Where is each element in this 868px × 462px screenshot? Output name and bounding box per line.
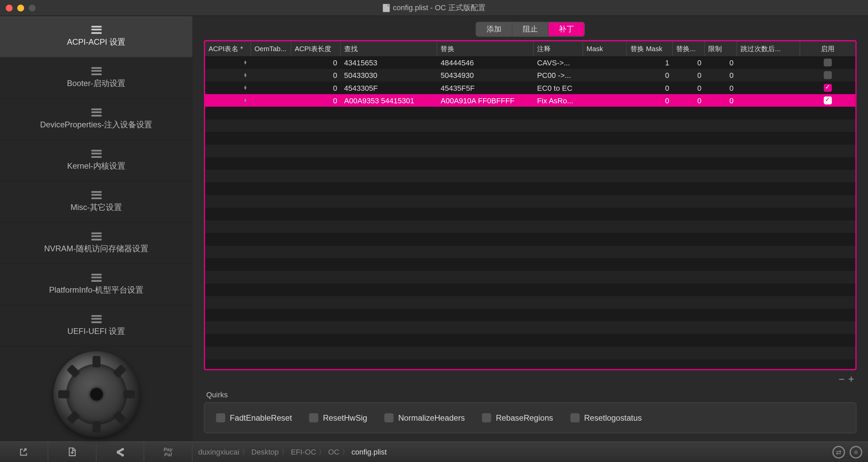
sidebar-item-label: DeviceProperties-注入设备设置 xyxy=(40,120,152,130)
column-header[interactable]: 跳过次数后... xyxy=(737,41,800,56)
sidebar-item-4[interactable]: Misc-其它设置 xyxy=(0,181,193,223)
tab-0[interactable]: 添加 xyxy=(476,22,513,36)
table-row-empty xyxy=(205,220,855,233)
sidebar-item-label: UEFI-UEFI 设置 xyxy=(67,326,125,336)
column-header[interactable]: 查找 xyxy=(341,41,437,56)
column-header[interactable]: 限制 xyxy=(705,41,737,56)
sidebar-item-0[interactable]: ACPI-ACPI 设置 xyxy=(0,16,193,57)
quirk-checkbox[interactable]: NormalizeHeaders xyxy=(384,413,465,422)
sidebar-item-7[interactable]: UEFI-UEFI 设置 xyxy=(0,305,193,346)
table-row-empty xyxy=(205,132,855,145)
sidebar-item-label: Kernel-内核设置 xyxy=(67,161,125,171)
column-header[interactable]: ACPI表名 * xyxy=(205,41,251,56)
share-button[interactable] xyxy=(96,442,144,462)
table-row-empty xyxy=(205,246,855,258)
quirks-title: Quirks xyxy=(193,390,868,402)
menu-button[interactable]: ≡ xyxy=(850,446,862,458)
table-row-empty xyxy=(205,170,855,183)
sidebar-item-5[interactable]: NVRAM-随机访问存储器设置 xyxy=(0,223,193,264)
table-row-empty xyxy=(205,321,855,334)
zoom-icon[interactable] xyxy=(29,4,36,11)
sidebar-item-3[interactable]: Kernel-内核设置 xyxy=(0,140,193,181)
checkbox-icon xyxy=(384,413,394,422)
column-header[interactable]: 替换 xyxy=(437,41,534,56)
jog-wheel[interactable] xyxy=(53,351,139,437)
sidebar-item-label: ACPI-ACPI 设置 xyxy=(67,37,125,47)
table-row-empty xyxy=(205,195,855,208)
table-row[interactable]: ▴▾04543305F45435F5FEC0 to EC000 xyxy=(205,82,855,94)
list-icon xyxy=(91,67,101,75)
quirk-label: FadtEnableReset xyxy=(230,413,292,422)
table-controls: − + xyxy=(193,373,868,391)
tab-2[interactable]: 补丁 xyxy=(549,22,584,36)
bottom-bar: PayPal duxingxiucai〉Desktop〉EFI-OC〉OC〉co… xyxy=(0,441,868,462)
list-icon xyxy=(91,25,101,34)
sort-handle[interactable]: ▴▾ xyxy=(205,60,251,65)
sort-handle[interactable]: ▴▾ xyxy=(205,73,251,78)
sidebar-item-1[interactable]: Booter-启动设置 xyxy=(0,57,193,99)
add-row-button[interactable]: + xyxy=(848,374,854,386)
sidebar-item-label: PlatformInfo-机型平台设置 xyxy=(49,285,143,295)
sync-button[interactable]: ⇄ xyxy=(832,446,845,458)
table-row-empty xyxy=(205,284,855,296)
quirk-checkbox[interactable]: FadtEnableReset xyxy=(216,413,292,422)
chevron-right-icon: 〉 xyxy=(318,447,326,457)
enabled-checkbox[interactable] xyxy=(800,59,855,67)
content-area: 添加阻止补丁 ACPI表名 *OemTab...ACPI表长度查找替换注释Mas… xyxy=(193,16,868,441)
remove-row-button[interactable]: − xyxy=(839,374,845,386)
quirk-checkbox[interactable]: ResetHwSig xyxy=(309,413,367,422)
enabled-checkbox[interactable] xyxy=(800,97,855,105)
sidebar-item-label: NVRAM-随机访问存储器设置 xyxy=(44,244,148,254)
breadcrumb-item[interactable]: Desktop xyxy=(251,448,279,456)
minimize-icon[interactable] xyxy=(17,4,24,11)
checkbox-icon xyxy=(216,413,225,422)
paypal-button[interactable]: PayPal xyxy=(144,442,193,462)
enabled-checkbox[interactable] xyxy=(800,84,855,92)
table-row-empty xyxy=(205,145,855,157)
sidebar-item-2[interactable]: DeviceProperties-注入设备设置 xyxy=(0,99,193,140)
export-button[interactable] xyxy=(48,442,96,462)
quirk-label: NormalizeHeaders xyxy=(398,413,465,422)
table-row-empty xyxy=(205,309,855,321)
column-header[interactable]: Mask xyxy=(583,41,627,56)
patch-table[interactable]: ACPI表名 *OemTab...ACPI表长度查找替换注释Mask替换 Mas… xyxy=(204,40,856,370)
column-header[interactable]: 替换 Mask xyxy=(627,41,673,56)
table-row-empty xyxy=(205,107,855,119)
table-row[interactable]: ▴▾04341565348444546CAVS->...100 xyxy=(205,56,855,69)
table-row-empty xyxy=(205,258,855,271)
breadcrumb-item[interactable]: EFI-OC xyxy=(291,448,316,456)
table-row[interactable]: ▴▾0A00A9353 54415301A00A910A FF0BFFFFFix… xyxy=(205,94,855,107)
sort-handle[interactable]: ▴▾ xyxy=(205,98,251,103)
breadcrumb-item[interactable]: OC xyxy=(328,448,339,456)
list-icon xyxy=(91,315,101,323)
close-icon[interactable] xyxy=(6,4,13,11)
enabled-checkbox[interactable] xyxy=(800,71,855,79)
table-row[interactable]: ▴▾05043303050434930PC00 ->...000 xyxy=(205,69,855,81)
column-header[interactable]: 启用 xyxy=(800,41,855,56)
chevron-right-icon: 〉 xyxy=(281,447,289,457)
sidebar: ACPI-ACPI 设置Booter-启动设置DeviceProperties-… xyxy=(0,16,193,441)
quirk-checkbox[interactable]: Resetlogostatus xyxy=(570,413,642,422)
table-row-empty xyxy=(205,157,855,170)
import-button[interactable] xyxy=(0,442,48,462)
table-row-empty xyxy=(205,183,855,195)
table-row-empty xyxy=(205,346,855,359)
tab-1[interactable]: 阻止 xyxy=(512,22,549,36)
breadcrumb: duxingxiucai〉Desktop〉EFI-OC〉OC〉config.pl… xyxy=(193,447,832,457)
list-icon xyxy=(91,191,101,199)
column-header[interactable]: OemTab... xyxy=(251,41,291,56)
column-header[interactable]: 注释 xyxy=(534,41,583,56)
sort-handle[interactable]: ▴▾ xyxy=(205,85,251,90)
table-header: ACPI表名 *OemTab...ACPI表长度查找替换注释Mask替换 Mas… xyxy=(205,41,855,56)
quirk-checkbox[interactable]: RebaseRegions xyxy=(482,413,553,422)
sidebar-item-label: Booter-启动设置 xyxy=(67,78,125,88)
list-icon xyxy=(91,273,101,281)
quirk-label: ResetHwSig xyxy=(323,413,367,422)
checkbox-icon xyxy=(482,413,491,422)
sidebar-item-label: Misc-其它设置 xyxy=(71,202,122,212)
column-header[interactable]: ACPI表长度 xyxy=(291,41,341,56)
breadcrumb-item[interactable]: duxingxiucai xyxy=(198,448,239,456)
column-header[interactable]: 替换... xyxy=(673,41,705,56)
sidebar-item-6[interactable]: PlatformInfo-机型平台设置 xyxy=(0,264,193,305)
breadcrumb-item[interactable]: config.plist xyxy=(352,448,387,456)
